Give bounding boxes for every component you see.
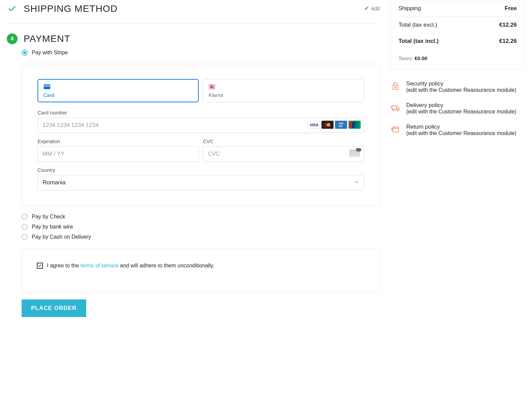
- terms-text: I agree to the terms of service and will…: [47, 263, 214, 269]
- amex-icon: AMEX: [335, 121, 347, 129]
- payment-option-label: Pay by Cash on Delivery: [32, 234, 91, 240]
- taxes-value: €0.00: [415, 55, 428, 61]
- svg-rect-16: [393, 127, 399, 132]
- svg-rect-11: [392, 106, 396, 109]
- check-icon: [7, 3, 18, 14]
- truck-icon: [390, 102, 401, 113]
- order-summary: Shipping Free Total (tax excl.) €12.26 T…: [390, 0, 525, 70]
- cvc-label: CVC: [203, 138, 364, 144]
- radio-icon: [22, 50, 28, 56]
- svg-rect-1: [44, 85, 50, 86]
- field-card-number: Card number VISA AMEX: [38, 110, 364, 133]
- svg-rect-9: [393, 85, 398, 89]
- terms-box: I agree to the terms of service and will…: [22, 249, 380, 293]
- expiration-label: Expiration: [38, 138, 199, 144]
- unionpay-icon: [348, 121, 361, 129]
- total-incl-label: Total (tax incl.): [398, 38, 439, 45]
- svg-point-12: [393, 109, 394, 111]
- payment-option-label: Pay by bank wire: [32, 224, 73, 230]
- return-box-icon: [390, 124, 401, 134]
- svg-text:K.: K.: [211, 85, 214, 89]
- terms-of-service-link[interactable]: terms of service: [80, 263, 119, 268]
- radio-icon: [22, 214, 28, 220]
- radio-icon: [22, 234, 28, 240]
- card-icon: [43, 84, 193, 90]
- payment-title: PAYMENT: [24, 33, 70, 44]
- step-badge: 4: [7, 33, 18, 44]
- reassure-delivery: Delivery policy (edit with the Customer …: [390, 99, 525, 121]
- lock-icon: [390, 80, 401, 91]
- cvc-input[interactable]: [203, 146, 364, 162]
- field-expiration: Expiration: [38, 138, 199, 162]
- field-cvc: CVC: [203, 138, 364, 162]
- svg-point-5: [327, 123, 330, 126]
- tab-klarna[interactable]: K. Klarna: [203, 79, 364, 102]
- shipping-value: Free: [505, 5, 517, 12]
- klarna-icon: K.: [209, 84, 358, 90]
- country-label: Country: [38, 167, 364, 173]
- svg-rect-0: [44, 84, 50, 89]
- payment-option-label: Pay with Stripe: [32, 50, 68, 56]
- cvc-hint-icon: [349, 149, 360, 157]
- payment-option-bankwire[interactable]: Pay by bank wire: [22, 222, 380, 232]
- chevron-down-icon: [354, 179, 359, 186]
- shipping-label: Shipping: [398, 5, 421, 12]
- tab-klarna-label: Klarna: [209, 92, 358, 98]
- reassure-return: Return policy (edit with the Customer Re…: [390, 121, 525, 142]
- taxes-label: Taxes:: [398, 55, 415, 61]
- payment-option-stripe[interactable]: Pay with Stripe: [22, 48, 380, 58]
- expiration-input[interactable]: [38, 146, 199, 162]
- total-excl-value: €12.26: [499, 22, 517, 28]
- shipping-title: SHIPPING METHOD: [24, 3, 118, 14]
- payment-option-check[interactable]: Pay by Check: [22, 212, 380, 222]
- reassure-sub: (edit with the Customer Reassurance modu…: [406, 87, 516, 93]
- edit-label: edit: [371, 6, 380, 12]
- payment-section: 4 PAYMENT Pay with Stripe Card: [7, 24, 380, 323]
- edit-shipping-link[interactable]: edit: [364, 6, 380, 12]
- payment-option-cod[interactable]: Pay by Cash on Delivery: [22, 232, 380, 242]
- mastercard-icon: [321, 121, 334, 129]
- card-number-label: Card number: [38, 110, 364, 115]
- reassure-title: Return policy: [406, 124, 516, 130]
- shipping-method-section: SHIPPING METHOD edit: [7, 0, 380, 24]
- svg-point-13: [397, 109, 398, 111]
- pencil-icon: [364, 6, 369, 12]
- visa-icon: VISA: [308, 121, 320, 129]
- total-incl-value: €12.26: [499, 38, 517, 45]
- reassure-title: Security policy: [406, 80, 516, 87]
- terms-checkbox[interactable]: [37, 263, 43, 269]
- reassure-sub: (edit with the Customer Reassurance modu…: [406, 109, 516, 115]
- reassure-security: Security policy (edit with the Customer …: [390, 78, 525, 99]
- country-select[interactable]: Romania: [38, 175, 364, 190]
- stripe-card-panel: Card K. Klarna Card number: [22, 64, 380, 206]
- card-brand-icons: VISA AMEX: [308, 121, 361, 129]
- radio-icon: [22, 224, 28, 230]
- svg-point-10: [395, 87, 396, 88]
- field-country: Country Romania: [38, 167, 364, 190]
- country-value: Romania: [43, 179, 66, 186]
- payment-option-label: Pay by Check: [32, 214, 65, 220]
- place-order-button[interactable]: PLACE ORDER: [22, 299, 86, 317]
- total-excl-label: Total (tax excl.): [398, 22, 437, 28]
- reassure-title: Delivery policy: [406, 102, 516, 109]
- tab-card[interactable]: Card: [38, 79, 199, 102]
- reassurance-block: Security policy (edit with the Customer …: [390, 70, 525, 151]
- tab-card-label: Card: [43, 92, 193, 98]
- reassure-sub: (edit with the Customer Reassurance modu…: [406, 130, 516, 136]
